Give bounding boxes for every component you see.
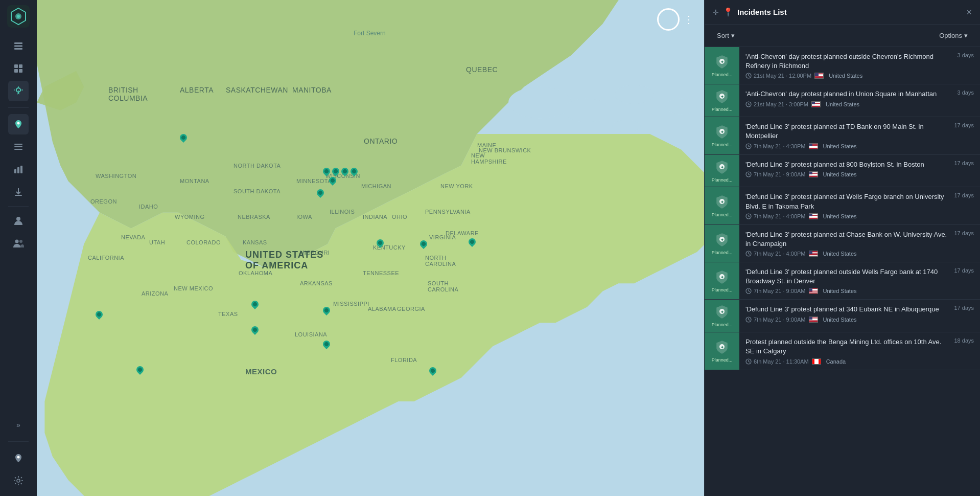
incident-badge-2: Planned...	[712, 107, 733, 112]
incident-meta-5: 7th May 21 · 4:00PM United States	[745, 213, 948, 219]
incident-meta-4: 7th May 21 · 9:00AM United States	[745, 171, 948, 177]
incident-days-6: 17 days	[954, 225, 980, 236]
incident-shield-icon-6: ✦	[714, 232, 730, 248]
options-button[interactable]: Options ▾	[935, 30, 972, 41]
incident-title-3: 'Defund Line 3' protest planned at TD Ba…	[745, 122, 948, 141]
incident-meta-9: 6th May 21 · 11:30AM Canada	[745, 358, 948, 365]
download-nav-icon[interactable]	[8, 182, 29, 202]
incident-item-3[interactable]: ✦ Planned... 'Defund Line 3' protest pla…	[705, 117, 980, 154]
incident-time-5: 7th May 21 · 4:00PM	[745, 213, 806, 219]
incident-shield-icon-9: ✦	[714, 339, 730, 355]
svg-text:✦: ✦	[720, 238, 724, 242]
svg-point-3	[17, 15, 20, 18]
incident-shield-icon-5: ✦	[714, 194, 730, 210]
svg-text:✦: ✦	[720, 60, 724, 64]
map-top-controls: ⋮	[657, 8, 694, 31]
list-nav-icon[interactable]	[8, 137, 29, 157]
incident-item-6[interactable]: ✦ Planned... 'Defund Line 3' protest pla…	[705, 225, 980, 262]
incident-time-7: 7th May 21 · 9:00AM	[745, 288, 806, 294]
expand-nav-icon[interactable]: »	[8, 415, 29, 435]
incident-meta-6: 7th May 21 · 4:00PM United States	[745, 251, 948, 257]
incident-badge-5: Planned...	[712, 212, 733, 218]
incident-item-4[interactable]: ✦ Planned... 'Defund Line 3' protest pla…	[705, 155, 980, 188]
incident-icon-col-9: ✦ Planned...	[705, 332, 739, 369]
incident-item-9[interactable]: ✦ Planned... Protest planned outside the…	[705, 332, 980, 370]
incident-meta-7: 7th May 21 · 9:00AM United States	[745, 288, 948, 294]
incident-shield-icon-4: ✦	[714, 159, 730, 175]
group-nav-icon[interactable]	[8, 233, 29, 254]
sidebar: »	[0, 0, 37, 496]
bottom-marker-icon[interactable]	[8, 448, 29, 468]
incident-time-9: 6th May 21 · 11:30AM	[745, 358, 809, 365]
svg-rect-16	[14, 169, 16, 173]
incident-country-3: United States	[823, 143, 857, 149]
incident-country-7: United States	[823, 288, 857, 294]
sidebar-nav-bottom: »	[8, 415, 29, 491]
map-container[interactable]: BRITISHCOLUMBIA ALBERTA SASKATCHEWAN MAN…	[37, 0, 980, 496]
map-circle-button[interactable]	[657, 8, 680, 31]
incident-title-4: 'Defund Line 3' protest planned at 800 B…	[745, 160, 948, 169]
incident-item-2[interactable]: ✦ Planned... 'Anti-Chevron' day protest …	[705, 84, 980, 117]
settings-nav-icon[interactable]	[8, 470, 29, 491]
svg-rect-18	[20, 166, 22, 173]
incidents-list[interactable]: ✦ Planned... 'Anti-Chevron' day protest …	[705, 47, 980, 496]
incident-icon-col-5: ✦ Planned...	[705, 187, 739, 224]
svg-point-30	[612, 120, 640, 132]
grid-nav-icon[interactable]	[8, 58, 29, 79]
incident-days-3: 17 days	[954, 117, 980, 128]
incident-days-8: 17 days	[954, 300, 980, 311]
incident-time-3: 7th May 21 · 4:30PM	[745, 143, 806, 149]
panel-drag-icon[interactable]: ✛	[713, 8, 719, 16]
incident-shield-icon-3: ✦	[714, 124, 730, 140]
incident-badge-8: Planned...	[712, 322, 733, 328]
map-more-button[interactable]: ⋮	[684, 13, 694, 26]
incident-content-8: 'Defund Line 3' protest planned at 340 E…	[739, 300, 954, 332]
incident-title-8: 'Defund Line 3' protest planned at 340 E…	[745, 305, 948, 314]
incident-item-7[interactable]: ✦ Planned... 'Defund Line 3' protest pla…	[705, 262, 980, 300]
incident-content-2: 'Anti-Chevron' day protest planned in Un…	[739, 84, 958, 117]
incident-content-1: 'Anti-Chevron' day protest planned outsi…	[739, 47, 958, 84]
incident-item-5[interactable]: ✦ Planned... 'Defund Line 3' protest pla…	[705, 187, 980, 224]
person-nav-icon[interactable]	[8, 211, 29, 231]
incident-badge-6: Planned...	[712, 250, 733, 256]
svg-rect-17	[17, 167, 19, 173]
incident-item-1[interactable]: ✦ Planned... 'Anti-Chevron' day protest …	[705, 47, 980, 84]
location-nav-icon[interactable]	[8, 81, 29, 101]
incident-days-7: 17 days	[954, 262, 980, 274]
incidents-panel: ✛ 📍 Incidents List × Sort ▾ Options ▾	[704, 0, 980, 496]
incident-days-4: 17 days	[954, 155, 980, 166]
incident-badge-9: Planned...	[712, 357, 733, 363]
incident-country-6: United States	[823, 251, 857, 257]
incident-content-9: Protest planned outside the Benga Mining…	[739, 332, 954, 369]
svg-rect-6	[14, 48, 22, 50]
incident-time-8: 7th May 21 · 9:00AM	[745, 317, 806, 323]
svg-rect-15	[14, 149, 22, 150]
incident-time-1: 21st May 21 · 12:00PM	[745, 73, 811, 79]
svg-point-20	[16, 217, 20, 221]
incident-title-7: 'Defund Line 3' protest planned outside …	[745, 267, 948, 286]
incident-item-8[interactable]: ✦ Planned... 'Defund Line 3' protest pla…	[705, 300, 980, 332]
map-pin-nav-icon[interactable]	[8, 114, 29, 134]
svg-rect-9	[14, 69, 18, 73]
svg-point-26	[508, 87, 571, 119]
sort-button[interactable]: Sort ▾	[713, 30, 739, 41]
svg-point-27	[564, 99, 611, 122]
incident-country-2: United States	[826, 101, 859, 107]
chart-nav-icon[interactable]	[8, 159, 29, 179]
panel-header: ✛ 📍 Incidents List ×	[705, 0, 980, 25]
app-logo[interactable]	[7, 5, 30, 28]
layers-nav-icon[interactable]	[8, 36, 29, 56]
incident-content-6: 'Defund Line 3' protest planned at Chase…	[739, 225, 954, 262]
incident-title-1: 'Anti-Chevron' day protest planned outsi…	[745, 52, 951, 71]
options-label: Options	[939, 32, 962, 39]
flag-us-icon	[809, 213, 818, 219]
options-chevron-icon: ▾	[964, 32, 968, 39]
panel-close-button[interactable]: ×	[966, 8, 972, 17]
svg-text:✦: ✦	[720, 130, 724, 134]
incident-country-5: United States	[823, 213, 857, 219]
svg-text:✦: ✦	[720, 165, 724, 170]
incident-shield-icon-8: ✦	[714, 304, 730, 320]
svg-point-24	[17, 479, 20, 482]
incident-country-9: Canada	[826, 358, 846, 365]
svg-text:✦: ✦	[720, 95, 724, 99]
